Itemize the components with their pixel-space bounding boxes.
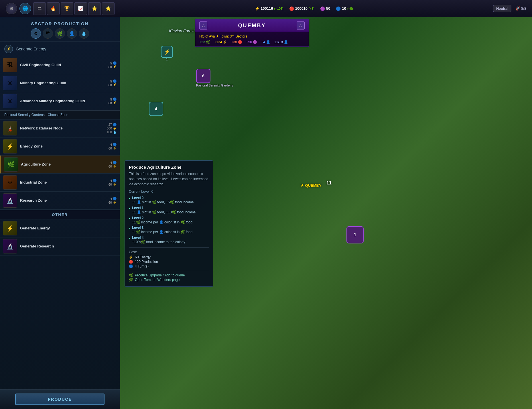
turn-icon: 🔵	[113, 61, 117, 65]
left-panel: SECTOR PRODUCTION ⚙ 🏛 🌿 👤 💧 ⚡ Generate E…	[0, 17, 120, 409]
hex-marker-4[interactable]: 4	[149, 102, 163, 116]
agriculture-zone-info: Agriculture Zone	[21, 162, 100, 167]
city-stat-food: +23 🌿	[199, 40, 210, 44]
hex-4-marker[interactable]: 4	[149, 102, 163, 116]
sp-icon-leaf[interactable]: 🌿	[55, 28, 65, 39]
city-icon-right[interactable]: △	[297, 21, 305, 30]
science-value: 10	[342, 6, 346, 11]
hq-star: ★	[216, 34, 220, 38]
nav-icon-chart[interactable]: 📈	[74, 2, 87, 15]
network-db-costs: 27 🔵 500 ⚡ 100 💧	[100, 123, 117, 134]
city-name: QUEMBY	[238, 23, 266, 29]
nav-icon-star2[interactable]: ⭐	[102, 2, 115, 15]
tooltip-footer: 🌿 Produce Upgrade / Add to queue 🌿 Open …	[129, 271, 209, 282]
hex-marker-6[interactable]: 6 Pastoral Serenity Gardens	[196, 69, 233, 87]
research-zone-costs: 4 🔵 60 ⚡	[100, 197, 117, 204]
research-zone-item[interactable]: 🔬 Research Zone 4 🔵 60 ⚡	[0, 192, 120, 210]
tooltip-cost-section: Cost: ⚡ 60 Energy 🔴 120 Production 🔵 4 T…	[129, 247, 209, 268]
civil-engineering-guild-item[interactable]: 🏗 Civil Engineering Guild 5 🔵 80 ⚡	[0, 56, 120, 74]
tooltip-level-4: ● Level 4 +10%🌿 food income to the colon…	[129, 236, 209, 245]
tooltip-cost-prod: 🔴 120 Production	[129, 260, 209, 264]
gen-research-name: Generate Research	[20, 244, 117, 248]
advanced-military-guild-item[interactable]: ⚔ Advanced Military Engineering Guild 5 …	[0, 92, 120, 110]
list-items: ⚡ Generate Energy 🏗 Civil Engineering Gu…	[0, 42, 120, 389]
hex-marker-lightning[interactable]: ⚡ 1	[161, 46, 173, 61]
research-zone-thumb: 🔬	[3, 193, 17, 208]
adv-military-guild-name: Advanced Military Engineering Guild	[20, 99, 100, 103]
civil-guild-energy: 80 ⚡	[109, 65, 117, 69]
industrial-zone-info: Industrial Zone	[20, 180, 100, 185]
energy-zone-item[interactable]: ⚡ Energy Zone 4 🔵 60 ⚡	[0, 137, 120, 156]
civil-guild-thumb: 🏗	[3, 58, 17, 72]
city-icon-left[interactable]: △	[199, 21, 207, 30]
resource-production: 🔴 100010 (+5)	[289, 6, 314, 11]
hq-line: HQ of Aya ★ Town: 3/4 Sectors	[199, 34, 305, 38]
tooltip-desc: This is a food zone, it provides various…	[129, 171, 209, 187]
industrial-zone-thumb: ⚙	[3, 175, 17, 190]
generate-energy-item[interactable]: ⚡ Generate Energy	[0, 219, 120, 237]
industrial-zone-turns: 4 🔵	[110, 179, 117, 182]
gen-energy-name: Generate Energy	[20, 226, 117, 230]
science-icon: 🔵	[336, 6, 341, 11]
military-guild-energy: 80 ⚡	[109, 83, 117, 87]
network-db-name: Network Database Node	[20, 126, 100, 130]
agriculture-zone-turns: 4 🔵	[110, 161, 117, 164]
hq-text: HQ of Aya	[199, 34, 215, 38]
hex-6-marker[interactable]: 6	[196, 69, 210, 83]
tooltip-cost-title: Cost:	[129, 250, 209, 254]
sp-icon-gear[interactable]: ⚙	[31, 28, 41, 39]
industrial-zone-item[interactable]: ⚙ Industrial Zone 4 🔵 60 ⚡	[0, 174, 120, 192]
turns-badge: 🚀 8/8	[515, 6, 526, 11]
produce-btn-container: PRODUCE	[0, 389, 120, 409]
agriculture-zone-item[interactable]: 🌿 Agriculture Zone 4 🔵 60 ⚡	[0, 156, 120, 174]
energy-zone-thumb: ⚡	[3, 139, 17, 154]
bottom-right-hex[interactable]: 1	[346, 226, 364, 243]
energy-zone-info: Energy Zone	[20, 144, 100, 149]
city-icons: △	[297, 21, 305, 30]
top-bar: ⊕ 🌐 ⚖ 🔥 🏆 📈 ⭐ ⭐ ⚡ 100116 (+106) 🔴 100010…	[0, 0, 532, 17]
nav-icon-trophy[interactable]: 🏆	[61, 2, 73, 15]
generate-energy-label: Generate Energy	[16, 47, 46, 51]
tooltip-cost-turns: 🔵 4 Turn(s)	[129, 264, 209, 268]
tooltip-level-0: ● Level 0 +1 👤 slot in 🌿 food, +5🌿 food …	[129, 196, 209, 205]
gen-energy-thumb: ⚡	[3, 221, 17, 235]
industrial-zone-energy: 60 ⚡	[109, 182, 117, 186]
world-map-icon[interactable]: 🌐	[19, 3, 31, 14]
generate-research-item[interactable]: 🔬 Generate Research	[0, 237, 120, 255]
production-delta: (+5)	[309, 7, 314, 10]
civil-guild-turns: 5 🔵	[110, 61, 117, 65]
agriculture-zone-costs: 4 🔵 60 ⚡	[100, 161, 117, 168]
network-db-energy: 500 ⚡	[107, 127, 117, 130]
sp-icon-drop[interactable]: 💧	[79, 28, 89, 39]
city-panel-sub: HQ of Aya ★ Town: 3/4 Sectors +23 🌿 +134…	[195, 32, 309, 47]
influence-icon: 🟣	[320, 6, 325, 11]
nav-icon-star1[interactable]: ⭐	[88, 2, 101, 15]
city-stat-pop: 11/18 👤	[274, 40, 288, 44]
adv-military-guild-thumb: ⚔	[3, 94, 17, 108]
energy-icon: ⚡	[255, 6, 259, 11]
energy-zone-name: Energy Zone	[20, 144, 100, 148]
military-engineering-guild-item[interactable]: ⚔ Military Engineering Guild 5 🔵 80 ⚡	[0, 74, 120, 92]
resource-energy: ⚡ 100116 (+106)	[255, 6, 283, 11]
energy-zone-turns: 4 🔵	[110, 143, 117, 146]
generate-energy-section: ⚡ Generate Energy	[0, 42, 120, 56]
adv-military-guild-energy: 80 ⚡	[109, 101, 117, 105]
sp-icon-person[interactable]: 👤	[67, 28, 77, 39]
energy-value: 100116	[261, 6, 273, 11]
nav-icon-flame[interactable]: 🔥	[47, 2, 60, 15]
sp-icon-building[interactable]: 🏛	[43, 28, 53, 39]
energy-icon2: ⚡	[113, 65, 117, 69]
sector-production-header: SECTOR PRODUCTION ⚙ 🏛 🌿 👤 💧	[0, 17, 120, 42]
top-right-info: Neutral 🚀 8/8	[493, 5, 526, 12]
network-database-node-item[interactable]: 🗼 Network Database Node 27 🔵 500 ⚡ 100 💧	[0, 119, 120, 137]
energy-delta: (+106)	[274, 7, 283, 10]
main-menu-icon[interactable]: ⊕	[6, 3, 17, 14]
adv-military-guild-turns: 5 🔵	[110, 97, 117, 101]
produce-button[interactable]: PRODUCE	[15, 394, 105, 405]
network-db-extra: 100 💧	[107, 130, 117, 134]
ge-circle-icon: ⚡	[4, 45, 13, 53]
tooltip-footer-produce: 🌿 Produce Upgrade / Add to queue	[129, 273, 209, 277]
city-stat-prod: +38 🔴	[231, 40, 242, 44]
nav-icon-balance[interactable]: ⚖	[33, 2, 46, 15]
tooltip-levels: ● Level 0 +1 👤 slot in 🌿 food, +5🌿 food …	[129, 196, 209, 245]
